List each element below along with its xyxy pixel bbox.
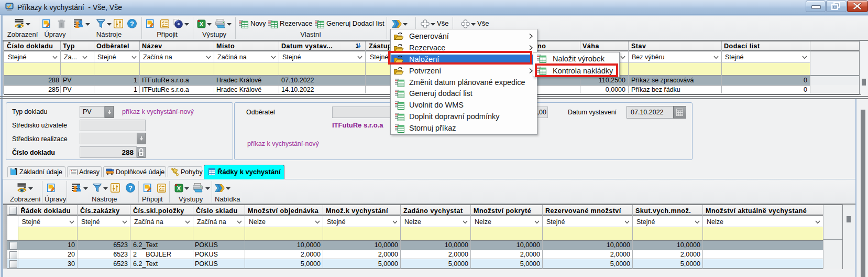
svg-text:?: ? [128,184,133,192]
svg-text:?: ? [130,20,134,28]
svg-text:X: X [200,21,204,27]
svg-text:X: X [177,185,181,191]
